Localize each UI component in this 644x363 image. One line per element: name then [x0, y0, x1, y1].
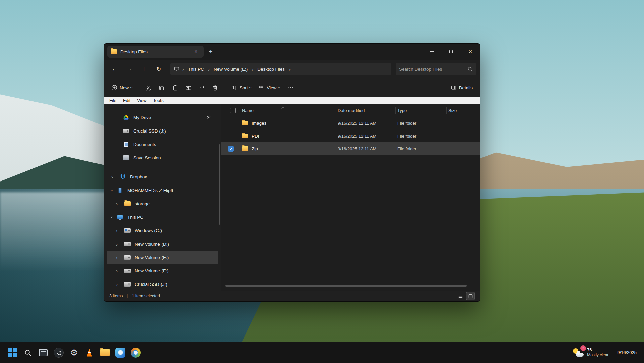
breadcrumb-chevron-icon[interactable]: › [205, 66, 212, 72]
tab-title: Desktop Files [120, 49, 188, 54]
row-checkbox-cell [221, 146, 240, 152]
view-button[interactable]: View › [255, 82, 284, 94]
breadcrumb-new-volume-e[interactable]: New Volume (E:) [212, 67, 249, 72]
file-date: 9/16/2025 12:11 AM [336, 121, 395, 126]
menu-file[interactable]: File [106, 98, 120, 103]
minimize-button[interactable] [422, 44, 441, 60]
sidebar-item-storage[interactable]: › storage [107, 197, 218, 210]
sidebar-item-z-flip6[interactable]: › MOHAMMED's Z Flip6 [107, 184, 218, 197]
explorer-tab[interactable]: Desktop Files × [107, 46, 204, 58]
sidebar-item-dropbox[interactable]: › Dropbox [107, 170, 218, 184]
menu-edit[interactable]: Edit [120, 98, 134, 103]
up-button[interactable]: ↑ [137, 62, 151, 76]
chevron-right-icon[interactable]: › [116, 241, 123, 247]
file-row-pdf[interactable]: PDF 9/16/2025 12:11 AM File folder [221, 129, 480, 142]
drive-icon [122, 129, 130, 133]
search-input[interactable] [399, 67, 465, 72]
search-box[interactable] [396, 63, 476, 75]
sidebar-item-my-drive[interactable]: My Drive [107, 111, 218, 124]
new-tab-button[interactable]: + [206, 47, 215, 56]
sidebar-item-label: My Drive [133, 115, 151, 120]
tab-close-icon[interactable]: × [192, 47, 200, 56]
chevron-right-icon[interactable]: › [116, 228, 123, 234]
sidebar-item-crucial-ssd-pinned[interactable]: Crucial SSD (J:) [107, 124, 218, 138]
breadcrumb-desktop-files[interactable]: Desktop Files [256, 67, 286, 72]
search-icon[interactable] [467, 66, 473, 72]
chevron-down-icon[interactable]: › [109, 190, 115, 191]
photos-icon [115, 348, 125, 358]
paste-button[interactable] [169, 82, 182, 94]
forward-button[interactable]: → [123, 62, 136, 76]
view-button-label: View [267, 85, 276, 90]
file-row-zip-selected[interactable]: Zip 9/16/2025 12:11 AM File folder [221, 142, 480, 155]
delete-icon [212, 85, 218, 91]
breadcrumb-chevron-icon[interactable]: › [286, 66, 293, 72]
new-button[interactable]: New › [108, 82, 136, 94]
taskbar-search-button[interactable] [20, 345, 36, 360]
sidebar-item-new-volume-d[interactable]: › New Volume (D:) [107, 237, 218, 251]
vlc-button[interactable] [82, 345, 97, 360]
chevron-right-icon[interactable]: › [116, 255, 123, 260]
details-button[interactable]: Details [447, 82, 476, 94]
column-header-type[interactable]: Type [395, 104, 446, 117]
weather-condition: Mostly clear [587, 353, 608, 358]
weather-icon: 2 [572, 348, 584, 358]
refresh-button[interactable]: ↻ [152, 62, 166, 76]
sidebar-item-this-pc[interactable]: › This PC [107, 210, 218, 224]
notification-badge: 2 [580, 345, 586, 351]
sidebar-item-crucial-ssd[interactable]: › Crucial SSD (J:) [107, 277, 218, 291]
taskbar-app-spiral[interactable] [51, 345, 66, 360]
back-button[interactable]: ← [108, 62, 121, 76]
sidebar-item-save-session[interactable]: Save Session [107, 151, 218, 164]
column-header-name[interactable]: Name [240, 104, 336, 117]
file-row-images[interactable]: Images 9/16/2025 12:11 AM File folder [221, 117, 480, 129]
chevron-right-icon[interactable]: › [116, 268, 123, 274]
maximize-button[interactable] [441, 44, 461, 60]
select-all-checkbox[interactable] [230, 108, 236, 113]
share-button[interactable] [195, 82, 209, 94]
task-view-button[interactable] [36, 345, 51, 360]
column-header-size[interactable]: Size [446, 104, 480, 117]
breadcrumb-chevron-icon[interactable]: › [249, 66, 256, 72]
file-type: File folder [395, 146, 446, 151]
chevron-right-icon[interactable]: › [116, 281, 123, 287]
sidebar-item-new-volume-f[interactable]: › New Volume (F:) [107, 264, 218, 277]
sort-button[interactable]: Sort › [228, 82, 255, 94]
copy-button[interactable] [155, 82, 169, 94]
column-header-date-modified[interactable]: Date modified [336, 104, 395, 117]
menu-view[interactable]: View [134, 98, 150, 103]
sidebar-item-label: Crucial SSD (J:) [133, 128, 166, 134]
chevron-right-icon[interactable]: › [111, 174, 119, 180]
row-checkbox-checked[interactable] [228, 146, 234, 152]
taskbar-date[interactable]: 9/16/2025 [617, 350, 637, 355]
start-button[interactable] [5, 345, 20, 360]
google-drive-icon [122, 115, 130, 120]
sidebar-item-documents[interactable]: Documents [107, 138, 218, 151]
close-button[interactable]: × [461, 44, 480, 60]
command-bar: New › Sort › View › [104, 79, 480, 97]
sidebar-item-windows-c[interactable]: › Windows (C:) [107, 224, 218, 237]
details-view-button[interactable] [456, 292, 465, 300]
select-all-cell[interactable] [221, 104, 240, 117]
vertical-scrollbar[interactable] [219, 144, 220, 225]
folder-icon [242, 134, 248, 138]
cut-button[interactable] [142, 82, 155, 94]
breadcrumb-this-pc[interactable]: This PC [187, 67, 205, 72]
photos-button[interactable] [113, 345, 128, 360]
menu-tools[interactable]: Tools [150, 98, 167, 103]
breadcrumb[interactable]: › This PC › New Volume (E:) › Desktop Fi… [170, 63, 391, 75]
file-explorer-button[interactable] [97, 345, 113, 360]
system-tray: 2 76 Mostly clear 9/16/2025 [572, 347, 639, 358]
sidebar-divider [109, 167, 216, 167]
browser-button[interactable] [128, 345, 143, 360]
settings-button[interactable]: ⚙ [66, 345, 82, 360]
sidebar-item-new-volume-e[interactable]: › New Volume (E:) [107, 251, 218, 264]
chevron-down-icon[interactable]: › [109, 216, 115, 218]
horizontal-scrollbar[interactable] [225, 285, 467, 287]
weather-widget[interactable]: 2 76 Mostly clear [572, 347, 608, 358]
delete-button[interactable] [209, 82, 222, 94]
rename-button[interactable] [182, 82, 195, 94]
thumbnail-view-button[interactable] [466, 292, 475, 300]
chevron-right-icon[interactable]: › [116, 201, 123, 207]
more-options-button[interactable] [284, 82, 297, 94]
